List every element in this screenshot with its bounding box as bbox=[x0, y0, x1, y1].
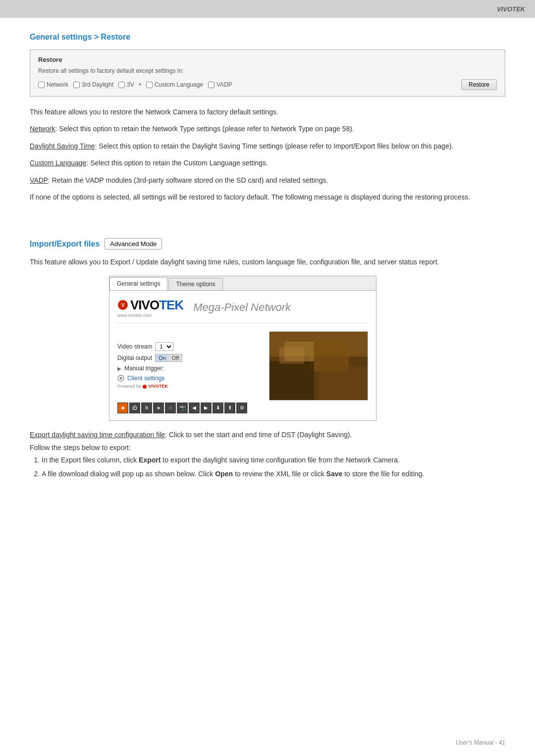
checkbox-daylight-input[interactable] bbox=[73, 82, 80, 88]
export-link-para: Export daylight saving time configuratio… bbox=[30, 431, 505, 439]
tab-theme-options[interactable]: Theme options bbox=[168, 278, 222, 290]
logo-text-row: V VIVOTEK bbox=[117, 298, 183, 313]
toolbar-download-icon[interactable]: ⬇ bbox=[213, 403, 223, 413]
logo-area: V VIVOTEK www.vivotek.com Mega-Pixel Net… bbox=[117, 298, 368, 323]
checkbox-network-input[interactable] bbox=[38, 82, 45, 88]
ui-preview-panel: General settings Theme options V VIVOTEK bbox=[109, 276, 376, 421]
video-stream-label: Video stream bbox=[117, 343, 152, 350]
step1-export-bold: Export bbox=[139, 456, 160, 464]
section2-intro: This feature allows you to Export / Upda… bbox=[30, 256, 505, 267]
checkbox-vadp-input[interactable] bbox=[208, 82, 214, 88]
restore-options-row: Network 3rd Daylight 3V • Custom Languag… bbox=[38, 79, 497, 90]
vivotek-small-icon bbox=[142, 384, 147, 389]
digital-output-row: Digital output On Off bbox=[117, 354, 259, 362]
svg-rect-9 bbox=[319, 366, 368, 401]
step-2: A file download dialog will pop up as sh… bbox=[42, 468, 505, 480]
manual-trigger-label: Manual trigger: bbox=[124, 365, 164, 372]
step2-save-bold: Save bbox=[326, 470, 343, 478]
client-settings-label: Client settings bbox=[127, 375, 164, 382]
vivotek-bird-icon: V bbox=[117, 300, 128, 310]
logo-tek: TEK bbox=[159, 298, 183, 313]
toolbar-record-icon[interactable]: ● bbox=[153, 403, 164, 413]
tabs-row: General settings Theme options bbox=[109, 276, 376, 291]
svg-rect-10 bbox=[279, 347, 304, 364]
checkbox-network[interactable]: Network bbox=[38, 81, 68, 88]
toolbar-snapshot-icon[interactable]: 📷 bbox=[177, 403, 188, 413]
desc-none: If none of the options is selected, all … bbox=[30, 192, 505, 202]
checkbox-3v-input[interactable] bbox=[118, 82, 125, 88]
brand-name: VIVOTEK bbox=[497, 5, 525, 13]
video-stream-select[interactable]: 1 2 bbox=[155, 342, 173, 351]
controls-row: Video stream 1 2 Digital output On Off bbox=[117, 331, 368, 401]
desc-custom: Custom Language: Select this option to r… bbox=[30, 157, 505, 168]
section2-heading-row: Import/Export files Advanced Mode bbox=[30, 238, 505, 250]
tagline: Mega-Pixel Network bbox=[193, 301, 291, 314]
digital-on-btn[interactable]: On bbox=[156, 354, 169, 361]
logo-url: www.vivotek.com bbox=[117, 313, 152, 318]
video-stream-row: Video stream 1 2 bbox=[117, 342, 259, 351]
client-settings-row[interactable]: Client settings bbox=[117, 375, 259, 382]
desc-vadp: VADP: Retain the VADP modules (3rd-party… bbox=[30, 175, 505, 186]
toolbar-upload-icon[interactable]: ⬆ bbox=[224, 403, 235, 413]
preview-body: V VIVOTEK www.vivotek.com Mega-Pixel Net… bbox=[109, 291, 376, 420]
logo-vivo: VIVO bbox=[130, 298, 159, 313]
spacer2 bbox=[30, 223, 505, 238]
steps-list: In the Export files column, click Export… bbox=[30, 454, 505, 480]
section1-heading: General settings > Restore bbox=[30, 33, 505, 42]
step-1: In the Export files column, click Export… bbox=[42, 454, 505, 466]
powered-by-row: Powered by VIVOTEK bbox=[117, 384, 259, 389]
digital-output-label: Digital output bbox=[117, 354, 152, 361]
checkbox-daylight[interactable]: 3rd Daylight bbox=[73, 81, 113, 88]
camera-preview-image bbox=[269, 331, 368, 401]
digital-off-btn[interactable]: Off bbox=[169, 354, 182, 361]
svg-rect-8 bbox=[269, 361, 314, 401]
svg-point-4 bbox=[143, 385, 147, 389]
svg-point-3 bbox=[120, 377, 122, 380]
footer: User's Manual - 41 bbox=[456, 739, 505, 746]
toolbar-power-icon[interactable]: ⏻ bbox=[129, 403, 140, 413]
toolbar-settings-icon[interactable]: ⚙ bbox=[236, 403, 247, 413]
digital-on-off-toggle[interactable]: On Off bbox=[155, 354, 182, 362]
restore-panel: Restore Restore all settings to factory … bbox=[30, 50, 505, 97]
checkbox-custom-language[interactable]: Custom Language bbox=[146, 81, 203, 88]
section2-heading: Import/Export files bbox=[30, 240, 100, 249]
checkbox-custom-input[interactable] bbox=[146, 82, 153, 88]
network-label: Network bbox=[30, 125, 55, 133]
manual-trigger-row: ▶ Manual trigger: bbox=[117, 365, 259, 372]
export-dst-link[interactable]: Export daylight saving time configuratio… bbox=[30, 431, 165, 439]
restore-button[interactable]: Restore bbox=[461, 79, 497, 90]
spacer1 bbox=[30, 208, 505, 223]
footer-text: User's Manual - 41 bbox=[456, 739, 505, 746]
toolbar-rewind-icon[interactable]: ◀ bbox=[189, 403, 200, 413]
advanced-mode-button[interactable]: Advanced Mode bbox=[105, 238, 162, 250]
dst-label: Daylight Saving Time bbox=[30, 142, 95, 150]
desc-dst: Daylight Saving Time: Select this option… bbox=[30, 141, 505, 151]
header-bar: VIVOTEK bbox=[0, 0, 535, 18]
desc-intro: This feature allows you to restore the N… bbox=[30, 106, 505, 117]
camera-image-svg bbox=[269, 332, 368, 401]
toolbar: ■ ⏻ ⏸ ● ○ 📷 ◀ ▶ ⬇ ⬆ ⚙ bbox=[117, 403, 368, 413]
powered-brand: VIVOTEK bbox=[142, 384, 168, 389]
manual-trigger-arrow: ▶ bbox=[117, 366, 121, 371]
gear-icon bbox=[117, 375, 124, 382]
restore-panel-desc: Restore all settings to factory default … bbox=[38, 67, 497, 74]
toolbar-stop-icon[interactable]: ■ bbox=[117, 403, 128, 413]
step2-open-bold: Open bbox=[215, 470, 233, 478]
tab-general-settings[interactable]: General settings bbox=[109, 277, 167, 290]
steps-intro: Follow the steps below to export: bbox=[30, 444, 505, 452]
checkbox-vadp[interactable]: VADP bbox=[208, 81, 232, 88]
left-controls: Video stream 1 2 Digital output On Off bbox=[117, 342, 259, 389]
toolbar-pause-icon[interactable]: ⏸ bbox=[141, 403, 152, 413]
checkbox-3v[interactable]: 3V bbox=[118, 81, 134, 88]
desc-network: Network: Select this option to retain th… bbox=[30, 123, 505, 134]
separator-dot: • bbox=[139, 81, 141, 88]
restore-panel-title: Restore bbox=[38, 56, 497, 63]
vadp-label: VADP bbox=[30, 176, 48, 184]
svg-text:V: V bbox=[121, 302, 125, 308]
custom-label: Custom Language bbox=[30, 159, 86, 167]
toolbar-play-icon[interactable]: ▶ bbox=[201, 403, 212, 413]
toolbar-circle-icon[interactable]: ○ bbox=[165, 403, 176, 413]
main-content: General settings > Restore Restore Resto… bbox=[0, 18, 535, 511]
logo-block: V VIVOTEK www.vivotek.com bbox=[117, 298, 183, 318]
